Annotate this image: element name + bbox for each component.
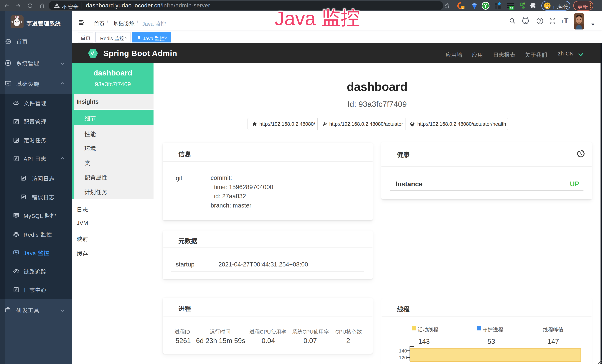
svg-text:1: 1 bbox=[462, 6, 464, 9]
svg-text:on: on bbox=[510, 7, 513, 10]
